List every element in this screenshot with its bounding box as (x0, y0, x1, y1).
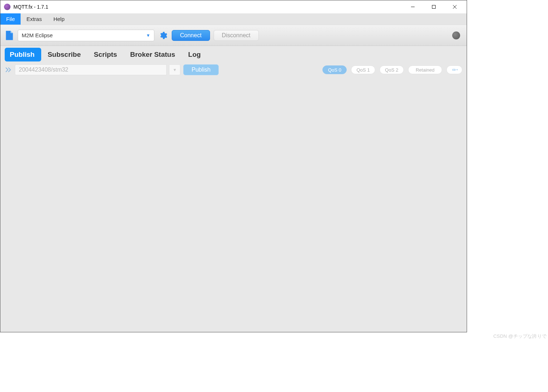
chevron-down-icon: ▼ (146, 33, 150, 38)
svg-rect-1 (432, 5, 436, 9)
maximize-button[interactable] (423, 1, 444, 13)
qos2-button[interactable]: QoS 2 (380, 65, 404, 74)
tab-subscribe[interactable]: Subscribe (43, 48, 87, 61)
minimize-button[interactable] (402, 1, 423, 13)
profile-select-value: M2M Eclipse (22, 32, 53, 38)
window-title: MQTT.fx - 1.7.1 (13, 4, 48, 10)
topic-input[interactable]: 2004423408/stm32 (15, 64, 167, 75)
app-window: MQTT.fx - 1.7.1 File Extras Help M2M (0, 0, 467, 332)
watermark: CSDN @チップな誇りで (493, 333, 547, 340)
tab-log[interactable]: Log (183, 48, 207, 61)
link-dropdown-icon (451, 68, 458, 72)
connection-bar: M2M Eclipse ▼ Connect Disconnect (0, 25, 467, 46)
disconnect-button[interactable]: Disconnect (214, 30, 259, 41)
publish-payload-area[interactable] (0, 79, 467, 332)
double-chevron-right-icon (5, 67, 12, 73)
tab-broker-status[interactable]: Broker Status (125, 48, 182, 61)
topic-dropdown-button[interactable]: ▼ (170, 64, 180, 75)
profile-select[interactable]: M2M Eclipse ▼ (18, 30, 154, 41)
settings-button[interactable] (158, 30, 168, 41)
qos0-button[interactable]: QoS 0 (322, 65, 347, 74)
topic-input-value: 2004423408/stm32 (19, 67, 68, 73)
tab-bar: Publish Subscribe Scripts Broker Status … (0, 46, 467, 63)
app-icon (4, 4, 10, 10)
expand-button[interactable] (5, 66, 12, 73)
publish-row: 2004423408/stm32 ▼ Publish QoS 0 QoS 1 Q… (0, 63, 467, 79)
tab-scripts[interactable]: Scripts (89, 48, 124, 61)
retained-button[interactable]: Retained (408, 65, 442, 74)
publish-button[interactable]: Publish (183, 64, 219, 75)
close-button[interactable] (444, 1, 465, 13)
qos1-button[interactable]: QoS 1 (351, 65, 375, 74)
titlebar: MQTT.fx - 1.7.1 (0, 0, 467, 13)
tab-publish[interactable]: Publish (5, 48, 41, 61)
menubar: File Extras Help (0, 13, 467, 25)
menu-extras[interactable]: Extras (21, 13, 48, 25)
chevron-down-icon: ▼ (173, 68, 177, 72)
connection-status-led (452, 31, 460, 39)
menu-file[interactable]: File (0, 13, 21, 25)
gear-icon (159, 31, 167, 40)
connect-button[interactable]: Connect (172, 30, 210, 41)
options-dropdown-button[interactable] (446, 65, 462, 74)
file-icon[interactable] (5, 30, 14, 41)
window-controls (402, 1, 465, 13)
menu-help[interactable]: Help (48, 13, 70, 25)
